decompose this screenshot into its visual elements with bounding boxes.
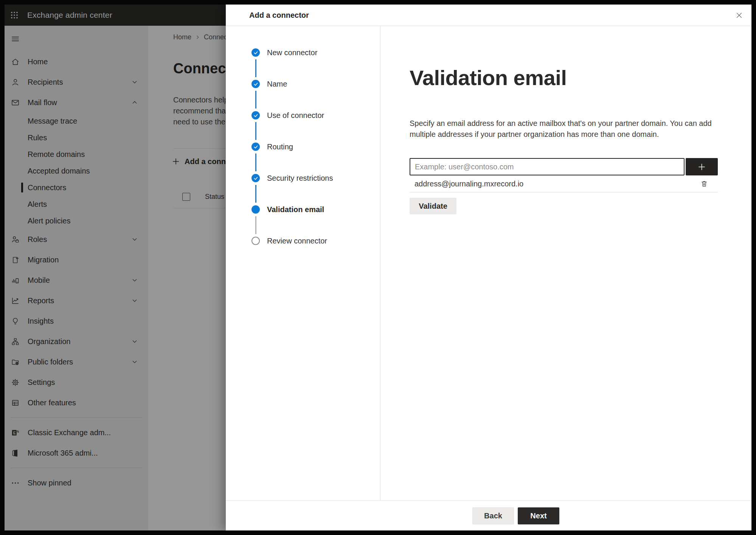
wizard-stepper: New connector Name Use of connector Rout… <box>226 26 380 500</box>
step-check-icon <box>251 80 260 88</box>
dialog-footer: Back Next <box>226 500 751 530</box>
step-name[interactable]: Name <box>251 80 380 111</box>
next-button[interactable]: Next <box>518 507 559 524</box>
step-label: Validation email <box>267 205 324 214</box>
step-new-connector[interactable]: New connector <box>251 48 380 80</box>
close-icon <box>736 12 743 19</box>
dialog-body: New connector Name Use of connector Rout… <box>226 26 751 500</box>
email-entry-row <box>410 158 718 175</box>
step-label: Routing <box>267 142 293 151</box>
step-review-connector[interactable]: Review connector <box>251 237 380 268</box>
app-window: Exchange admin center Home Recipients Ma… <box>5 5 751 530</box>
back-button[interactable]: Back <box>472 507 514 524</box>
step-heading: Validation email <box>410 65 717 90</box>
address-list-item: address@journaling.mxrecord.io <box>410 175 718 192</box>
add-address-button[interactable] <box>686 158 718 175</box>
validation-email-input[interactable] <box>410 158 685 175</box>
dialog-title: Add a connector <box>249 11 309 20</box>
step-use-of-connector[interactable]: Use of connector <box>251 111 380 143</box>
step-description: Specify an email address for an active m… <box>410 118 716 140</box>
step-label: Security restrictions <box>267 174 333 183</box>
step-check-icon <box>251 111 260 119</box>
step-empty-dot <box>251 237 260 245</box>
delete-address-button[interactable] <box>700 180 708 188</box>
step-label: Review connector <box>267 236 327 245</box>
trash-icon <box>700 180 708 188</box>
step-check-icon <box>251 48 260 57</box>
step-label: Name <box>267 79 287 88</box>
step-validation-email[interactable]: Validation email <box>251 205 380 237</box>
add-connector-dialog: Add a connector New connector Name Use o… <box>226 5 751 530</box>
dialog-content: Validation email Specify an email addres… <box>380 26 751 500</box>
step-security-restrictions[interactable]: Security restrictions <box>251 174 380 205</box>
step-current-dot <box>251 205 260 214</box>
validate-button[interactable]: Validate <box>410 198 456 214</box>
step-label: Use of connector <box>267 111 324 120</box>
step-check-icon <box>251 174 260 182</box>
step-label: New connector <box>267 48 317 57</box>
modal-scrim <box>5 5 226 530</box>
plus-icon <box>697 163 706 171</box>
address-value: address@journaling.mxrecord.io <box>414 180 523 188</box>
step-routing[interactable]: Routing <box>251 143 380 174</box>
step-check-icon <box>251 143 260 151</box>
close-button[interactable] <box>733 9 745 22</box>
dialog-header: Add a connector <box>226 5 751 26</box>
